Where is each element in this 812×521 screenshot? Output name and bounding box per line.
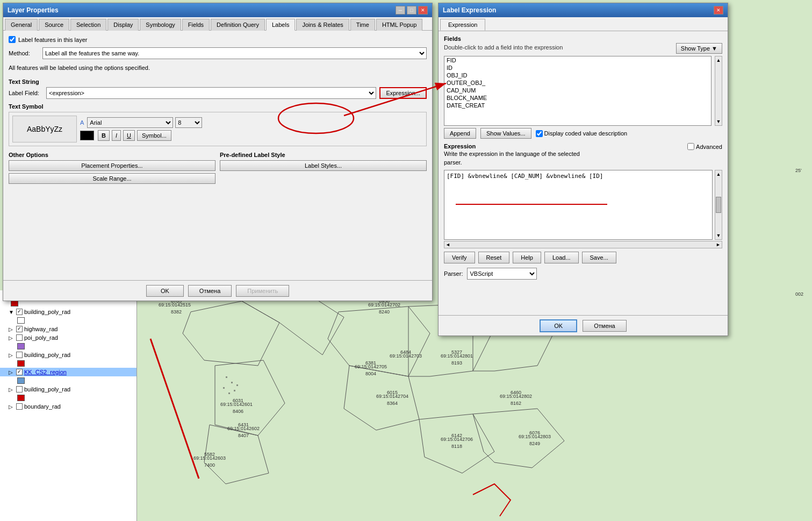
map-label: 8382 bbox=[171, 309, 182, 315]
expand-icon: ▼ bbox=[9, 309, 15, 315]
color-swatch bbox=[17, 395, 25, 401]
layer-checkbox[interactable] bbox=[16, 403, 23, 410]
map-label: 69:15:0142803 bbox=[519, 434, 551, 439]
map-label: 8004 bbox=[365, 371, 376, 376]
cancel-button[interactable]: Отмена bbox=[188, 285, 232, 297]
font-select[interactable]: Arial bbox=[87, 117, 173, 128]
font-icon: A bbox=[80, 119, 84, 126]
window-buttons: ─ □ ✕ bbox=[396, 6, 428, 15]
layer-checkbox[interactable] bbox=[16, 386, 23, 392]
expression-button[interactable]: Expression... bbox=[379, 87, 427, 99]
display-coded-checkbox[interactable] bbox=[536, 130, 543, 137]
tab-definition-query[interactable]: Definition Query bbox=[211, 19, 265, 31]
method-label: Method: bbox=[9, 50, 38, 56]
ok-button[interactable]: OK bbox=[146, 285, 184, 297]
tab-labels[interactable]: Labels bbox=[266, 19, 295, 31]
maximize-button[interactable]: □ bbox=[407, 6, 416, 15]
tab-selection[interactable]: Selection bbox=[70, 19, 106, 31]
field-item-id[interactable]: ID bbox=[444, 64, 711, 72]
scale-range-button[interactable]: Scale Range... bbox=[9, 173, 215, 184]
tab-fields[interactable]: Fields bbox=[182, 19, 210, 31]
format-row: B I U Symbol... bbox=[80, 130, 202, 141]
tab-general[interactable]: General bbox=[5, 19, 38, 31]
tab-display[interactable]: Display bbox=[107, 19, 139, 31]
advanced-checkbox[interactable] bbox=[687, 143, 694, 150]
map-label: 69:15:0142801 bbox=[441, 353, 473, 359]
expr-scroll-right-icon: ► bbox=[716, 242, 721, 247]
bold-button[interactable]: B bbox=[98, 130, 110, 141]
parser-label: Parser: bbox=[444, 270, 463, 277]
layer-item-building1[interactable]: ▼ building_poly_rad bbox=[0, 308, 136, 316]
label-styles-button[interactable]: Label Styles... bbox=[220, 160, 427, 171]
layer-properties-dialog: Layer Properties ─ □ ✕ General Source Se… bbox=[3, 3, 433, 301]
minimize-button[interactable]: ─ bbox=[396, 6, 405, 15]
tab-symbology[interactable]: Symbology bbox=[140, 19, 181, 31]
symbol-button[interactable]: Symbol... bbox=[137, 130, 171, 141]
underline-button[interactable]: U bbox=[123, 130, 135, 141]
map-label: 69:15:0142601 bbox=[220, 402, 253, 407]
layer-checkbox[interactable] bbox=[16, 326, 23, 332]
placement-button[interactable]: Placement Properties... bbox=[9, 160, 215, 171]
field-item-cad-num[interactable]: CAD_NUM bbox=[444, 87, 711, 94]
info-text: All features will be labeled using the o… bbox=[9, 65, 427, 71]
color-button[interactable] bbox=[80, 131, 94, 140]
layer-item-highway[interactable]: ▷ highway_rad bbox=[0, 325, 136, 333]
expr-close-button[interactable]: ✕ bbox=[714, 6, 723, 15]
apply-button[interactable]: Применить bbox=[236, 285, 289, 297]
tab-source[interactable]: Source bbox=[39, 19, 69, 31]
help-button[interactable]: Help bbox=[513, 252, 541, 263]
color-swatch bbox=[17, 343, 25, 349]
close-button[interactable]: ✕ bbox=[418, 6, 428, 15]
expr-hscrollbar[interactable]: ◄ ► bbox=[444, 241, 722, 248]
layer-checkbox[interactable] bbox=[16, 334, 23, 341]
expression-header: Expression bbox=[444, 143, 580, 149]
method-select[interactable]: Label all the features the same way. bbox=[42, 47, 427, 59]
parser-select[interactable]: VBScript Python JScript bbox=[467, 268, 537, 280]
tab-joins-relates[interactable]: Joins & Relates bbox=[296, 19, 349, 31]
show-values-button[interactable]: Show Values... bbox=[480, 128, 531, 139]
map-label: 69:15:0142705 bbox=[355, 364, 387, 369]
layer-checkbox[interactable] bbox=[16, 352, 23, 358]
text-symbol-row: AaBbYyZz A Arial 8 B I bbox=[12, 116, 423, 142]
tab-html-popup[interactable]: HTML Popup bbox=[376, 19, 422, 31]
field-item-obj-id[interactable]: OBJ_ID bbox=[444, 72, 711, 79]
size-select[interactable]: 8 bbox=[175, 117, 202, 128]
label-field-select[interactable]: <expression> bbox=[46, 87, 376, 99]
verify-button[interactable]: Verify bbox=[444, 252, 475, 263]
layer-checkbox[interactable] bbox=[16, 309, 23, 315]
expr-cancel-button[interactable]: Отмена bbox=[583, 320, 626, 332]
fields-list-container: FID ID OBJ_ID OUTER_OBJ_ CAD_NUM BLOCK_N… bbox=[444, 56, 722, 126]
scrollbar-thumb bbox=[716, 197, 721, 213]
tab-time[interactable]: Time bbox=[350, 19, 375, 31]
layer-item-kk-cs2[interactable]: ▷ KK_CS2_region bbox=[0, 368, 136, 376]
append-button[interactable]: Append bbox=[444, 128, 476, 139]
italic-button[interactable]: I bbox=[112, 130, 121, 141]
display-coded-label: Display coded value description bbox=[544, 130, 628, 137]
expr-scrollbar[interactable]: ▲ ▼ bbox=[715, 170, 722, 240]
layer-item-building2[interactable]: ▷ building_poly_rad bbox=[0, 351, 136, 359]
label-features-checkbox[interactable] bbox=[9, 36, 16, 43]
fields-scrollbar[interactable]: ▲ ▼ bbox=[715, 56, 722, 126]
field-item-fid[interactable]: FID bbox=[444, 56, 711, 64]
field-item-outer-obj[interactable]: OUTER_OBJ_ bbox=[444, 79, 711, 87]
save-button[interactable]: Save... bbox=[582, 252, 616, 263]
layer-checkbox[interactable] bbox=[16, 369, 23, 375]
layer-item-boundary[interactable]: ▷ boundary_rad bbox=[0, 402, 136, 411]
expression-textarea[interactable] bbox=[444, 170, 713, 240]
layer-item-blue-icon bbox=[0, 376, 136, 385]
layer-item-building3[interactable]: ▷ building_poly_rad bbox=[0, 385, 136, 394]
label-features-row: Label features in this layer bbox=[9, 36, 427, 43]
field-item-date-creat[interactable]: DATE_CREAT bbox=[444, 102, 711, 109]
layer-item-poi[interactable]: ▷ poi_poly_rad bbox=[0, 333, 136, 342]
expr-action-btns: Verify Reset Help Load... Save... bbox=[444, 252, 722, 263]
font-controls: A Arial 8 B I U Symbol... bbox=[80, 117, 202, 141]
load-button[interactable]: Load... bbox=[544, 252, 579, 263]
expand-icon: ▷ bbox=[9, 369, 15, 375]
tab-expression[interactable]: Expression bbox=[440, 19, 485, 31]
fields-section: Fields Double-click to add a field into … bbox=[444, 35, 722, 139]
reset-button[interactable]: Reset bbox=[478, 252, 510, 263]
field-item-block-name[interactable]: BLOCK_NAME bbox=[444, 94, 711, 102]
show-type-button[interactable]: Show Type ▼ bbox=[676, 43, 722, 54]
expr-ok-button[interactable]: OK bbox=[540, 319, 577, 332]
map-label: 69:15:0142706 bbox=[441, 437, 473, 442]
